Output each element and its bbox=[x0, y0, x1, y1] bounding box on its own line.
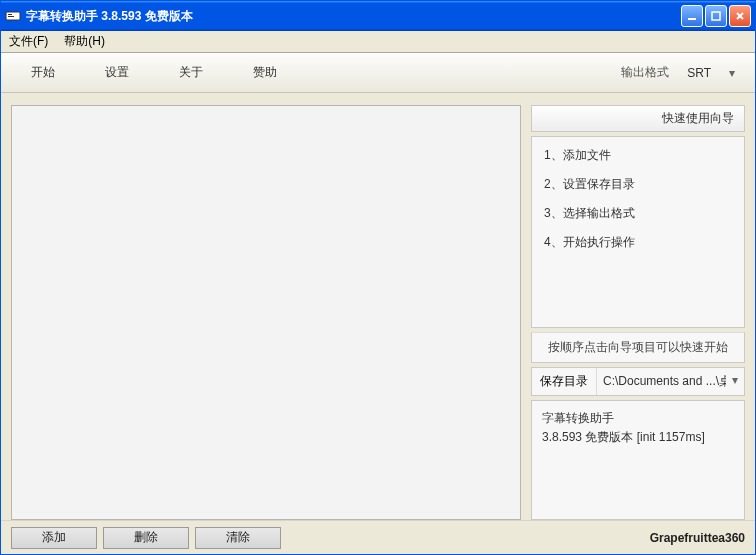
tab-donate[interactable]: 赞助 bbox=[243, 58, 287, 87]
add-button[interactable]: 添加 bbox=[11, 527, 97, 549]
svg-rect-1 bbox=[8, 14, 12, 15]
toolbar: 开始 设置 关于 赞助 输出格式 SRT ▾ bbox=[1, 53, 755, 93]
app-icon bbox=[5, 8, 21, 24]
save-path-label[interactable]: 保存目录 bbox=[532, 368, 597, 395]
right-column: 快速使用向导 1、添加文件 2、设置保存目录 3、选择输出格式 4、开始执行操作… bbox=[531, 105, 745, 520]
menu-file[interactable]: 文件(F) bbox=[5, 31, 52, 52]
svg-rect-3 bbox=[688, 18, 696, 20]
maximize-button[interactable] bbox=[705, 5, 727, 27]
tabs: 开始 设置 关于 赞助 bbox=[21, 58, 287, 87]
wizard-item-1[interactable]: 1、添加文件 bbox=[532, 141, 744, 170]
wizard-item-3[interactable]: 3、选择输出格式 bbox=[532, 199, 744, 228]
menu-help[interactable]: 帮助(H) bbox=[60, 31, 109, 52]
footer: 添加 删除 清除 Grapefruittea360 bbox=[1, 520, 755, 554]
tab-about[interactable]: 关于 bbox=[169, 58, 213, 87]
titlebar: 字幕转换助手 3.8.593 免费版本 bbox=[1, 1, 755, 31]
wizard-header: 快速使用向导 bbox=[531, 105, 745, 132]
format-value[interactable]: SRT bbox=[687, 66, 711, 80]
save-path-dropdown-icon[interactable]: ▾ bbox=[726, 368, 744, 395]
wizard-hint: 按顺序点击向导项目可以快速开始 bbox=[531, 332, 745, 363]
brand-label: Grapefruittea360 bbox=[650, 531, 745, 545]
svg-rect-4 bbox=[712, 12, 720, 20]
save-path-row: 保存目录 C:\Documents and ...\桌面\ ▾ bbox=[531, 367, 745, 396]
app-window: 字幕转换助手 3.8.593 免费版本 文件(F) 帮助(H) 开始 设置 关于… bbox=[0, 0, 756, 555]
format-label: 输出格式 bbox=[621, 64, 669, 81]
content-area: 快速使用向导 1、添加文件 2、设置保存目录 3、选择输出格式 4、开始执行操作… bbox=[1, 93, 755, 520]
svg-rect-2 bbox=[8, 16, 14, 17]
menubar: 文件(F) 帮助(H) bbox=[1, 31, 755, 53]
app-version: 3.8.593 免费版本 [init 1157ms] bbox=[542, 428, 734, 447]
minimize-button[interactable] bbox=[681, 5, 703, 27]
tab-settings[interactable]: 设置 bbox=[95, 58, 139, 87]
info-panel: 字幕转换助手 3.8.593 免费版本 [init 1157ms] bbox=[531, 400, 745, 520]
delete-button[interactable]: 删除 bbox=[103, 527, 189, 549]
window-controls bbox=[681, 5, 751, 27]
app-name: 字幕转换助手 bbox=[542, 409, 734, 428]
close-button[interactable] bbox=[729, 5, 751, 27]
wizard-item-4[interactable]: 4、开始执行操作 bbox=[532, 228, 744, 257]
format-dropdown-icon[interactable]: ▾ bbox=[729, 66, 735, 80]
clear-button[interactable]: 清除 bbox=[195, 527, 281, 549]
tab-start[interactable]: 开始 bbox=[21, 58, 65, 87]
window-title: 字幕转换助手 3.8.593 免费版本 bbox=[26, 8, 681, 25]
file-list[interactable] bbox=[11, 105, 521, 520]
wizard-item-2[interactable]: 2、设置保存目录 bbox=[532, 170, 744, 199]
wizard-panel: 1、添加文件 2、设置保存目录 3、选择输出格式 4、开始执行操作 bbox=[531, 136, 745, 328]
save-path-value[interactable]: C:\Documents and ...\桌面\ bbox=[597, 368, 726, 395]
